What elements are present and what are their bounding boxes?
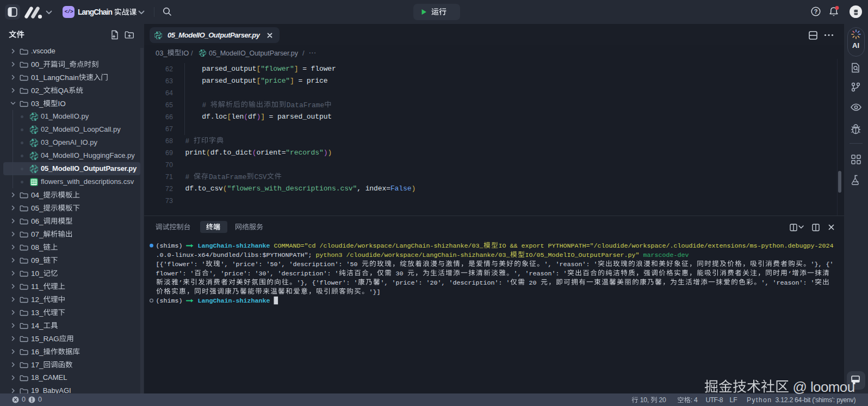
svg-text:?: ?: [814, 8, 818, 15]
